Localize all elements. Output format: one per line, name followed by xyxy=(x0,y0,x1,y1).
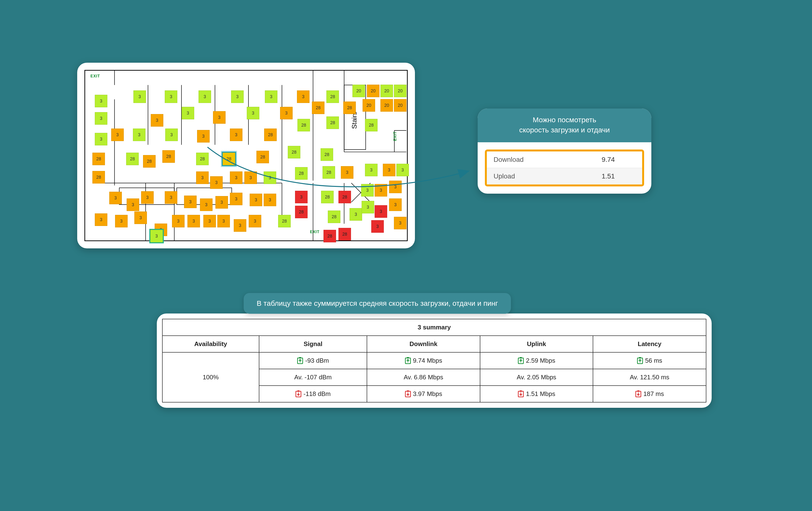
heatmap-zone[interactable]: 3 xyxy=(203,215,216,228)
summary-table: 3 summary Availability Signal Downlink U… xyxy=(162,319,706,402)
heatmap-zone[interactable]: 28 xyxy=(196,153,209,165)
heatmap-zone[interactable]: 28 xyxy=(326,90,339,103)
heatmap-zone[interactable]: 28 xyxy=(323,230,336,242)
heatmap-zone[interactable]: 20 xyxy=(394,85,406,97)
heatmap-zone[interactable]: 28 xyxy=(256,151,269,163)
heatmap-zone[interactable]: 28 xyxy=(92,153,105,165)
heatmap-zone[interactable]: 3 xyxy=(247,107,259,119)
heatmap-zone[interactable]: 28 xyxy=(92,171,105,183)
heatmap-zone[interactable]: 3 xyxy=(151,114,163,127)
heatmap-zone[interactable]: 3 xyxy=(95,95,107,107)
heatmap-zone[interactable]: 3 xyxy=(134,211,147,224)
heatmap-zone[interactable]: 3 xyxy=(231,90,244,103)
heatmap-zone[interactable]: 3 xyxy=(182,107,194,119)
exit-label: EXIT xyxy=(90,74,100,79)
heatmap-zone[interactable]: 3 xyxy=(213,111,226,124)
heatmap-zone[interactable]: 3 xyxy=(265,90,278,103)
heatmap-zone[interactable]: 28 xyxy=(343,101,356,114)
heatmap-zone[interactable]: 3 xyxy=(115,215,127,228)
heatmap-zone[interactable]: 3 xyxy=(396,164,409,176)
heatmap-zone[interactable]: 3 xyxy=(95,133,107,145)
heatmap-zone[interactable]: 3 xyxy=(215,196,228,209)
heatmap-zone[interactable]: 3 xyxy=(350,208,362,221)
heatmap-zone[interactable]: 3 xyxy=(264,172,276,184)
heatmap-zone[interactable]: 3 xyxy=(295,191,308,203)
heatmap-zone[interactable]: 3 xyxy=(187,215,200,228)
heatmap-zone[interactable]: 3 xyxy=(95,213,107,226)
heatmap-zone[interactable]: 3 xyxy=(95,112,107,125)
heatmap-zone[interactable]: 28 xyxy=(328,211,340,223)
heatmap-zone[interactable]: 3 xyxy=(341,166,353,179)
heatmap-zone[interactable]: 3 xyxy=(133,128,145,141)
worst-uplink: 1.51 Mbps xyxy=(480,386,593,402)
heatmap-zone[interactable]: 20 xyxy=(394,99,406,112)
heatmap-zone[interactable]: 28 xyxy=(321,191,334,203)
heatmap-zone[interactable]: 3 xyxy=(361,184,374,197)
heatmap-zone[interactable]: 3 xyxy=(375,184,387,197)
heatmap-zone[interactable]: 3 xyxy=(383,164,396,176)
heatmap-zone[interactable]: 3 xyxy=(365,164,378,176)
heatmap-zone[interactable]: 3 xyxy=(389,199,402,211)
heatmap-zone[interactable]: 3 xyxy=(109,192,122,204)
heatmap-zone[interactable]: 20 xyxy=(380,85,393,97)
heatmap-zone[interactable]: 3 xyxy=(264,193,276,206)
heatmap-zone[interactable]: 28 xyxy=(143,155,155,168)
heatmap-zone[interactable]: 3 xyxy=(199,90,211,103)
heatmap-zone[interactable]: 3 xyxy=(172,215,184,228)
heatmap-zone[interactable]: 20 xyxy=(367,85,379,97)
heatmap-zone[interactable]: 3 xyxy=(230,193,242,205)
heatmap-zone[interactable]: 20 xyxy=(362,99,375,112)
speed-callout-line2: скорость загрузки и отдачи xyxy=(519,126,610,134)
heatmap-zone[interactable]: 3 xyxy=(375,205,387,218)
heatmap-zone[interactable]: 3 xyxy=(371,220,384,233)
heatmap-zone[interactable]: 3 xyxy=(394,217,406,229)
heatmap-zone[interactable]: 3 xyxy=(249,215,261,228)
heatmap-zone[interactable]: 3 xyxy=(361,201,374,213)
heatmap-zone[interactable]: 3 xyxy=(218,215,230,228)
heatmap-zone[interactable]: 28 xyxy=(339,191,351,203)
heatmap-zone[interactable]: 3 xyxy=(297,90,310,103)
heatmap-zone[interactable]: 3 xyxy=(165,191,177,204)
heatmap-zone[interactable]: 3 xyxy=(250,193,262,206)
svg-rect-28 xyxy=(520,357,522,358)
heatmap-zone[interactable]: 3 xyxy=(111,128,124,141)
heatmap-zone[interactable]: 3 xyxy=(165,90,177,103)
heatmap-zone[interactable]: 3 xyxy=(197,130,210,143)
heatmap-zone[interactable]: 28 xyxy=(365,119,378,131)
heatmap-zone[interactable]: 3 xyxy=(389,181,402,193)
heatmap-zone[interactable]: 28 xyxy=(126,153,139,165)
heatmap-zone[interactable]: 3 xyxy=(196,172,209,184)
heatmap-zone[interactable]: 28 xyxy=(278,215,291,228)
download-label: Download xyxy=(494,156,602,163)
heatmap-zone[interactable]: 3 xyxy=(184,196,197,208)
heatmap-zone[interactable]: 3 xyxy=(134,90,146,103)
heatmap-zone[interactable]: 28 xyxy=(295,206,308,218)
heatmap-zone[interactable]: 3 xyxy=(230,172,242,184)
heatmap-zone[interactable]: 3 xyxy=(127,199,139,211)
heatmap-zone[interactable]: 28 xyxy=(223,153,235,165)
heatmap-zone[interactable]: 20 xyxy=(352,85,365,97)
heatmap-zone[interactable]: 3 xyxy=(150,230,163,242)
heatmap-zone[interactable]: 28 xyxy=(312,101,324,114)
heatmap-zone[interactable]: 28 xyxy=(297,119,310,131)
heatmap-zone[interactable]: 28 xyxy=(322,166,335,179)
heatmap-zone[interactable]: 3 xyxy=(230,128,242,141)
speed-callout: Можно посмотреть скорость загрузки и отд… xyxy=(477,109,651,193)
heatmap-zone[interactable]: 3 xyxy=(165,128,178,141)
heatmap-zone[interactable]: 28 xyxy=(162,150,175,163)
heatmap-zone[interactable]: 3 xyxy=(200,199,212,211)
heatmap-zone[interactable]: 3 xyxy=(141,191,154,204)
heatmap-zone[interactable]: 20 xyxy=(380,99,393,112)
floorplan-heatmap[interactable]: EXITEXITEXITStairs3333333282020202033333… xyxy=(84,70,408,241)
heatmap-zone[interactable]: 28 xyxy=(339,228,351,240)
heatmap-zone[interactable]: 3 xyxy=(210,176,223,189)
best-downlink: 9.74 Mbps xyxy=(367,352,480,369)
heatmap-zone[interactable]: 3 xyxy=(280,107,293,119)
heatmap-zone[interactable]: 28 xyxy=(288,146,300,158)
heatmap-zone[interactable]: 3 xyxy=(244,172,257,184)
heatmap-zone[interactable]: 28 xyxy=(295,167,308,180)
heatmap-zone[interactable]: 28 xyxy=(321,148,333,161)
heatmap-zone[interactable]: 3 xyxy=(234,219,246,232)
heatmap-zone[interactable]: 28 xyxy=(264,128,277,141)
heatmap-zone[interactable]: 28 xyxy=(326,117,339,129)
